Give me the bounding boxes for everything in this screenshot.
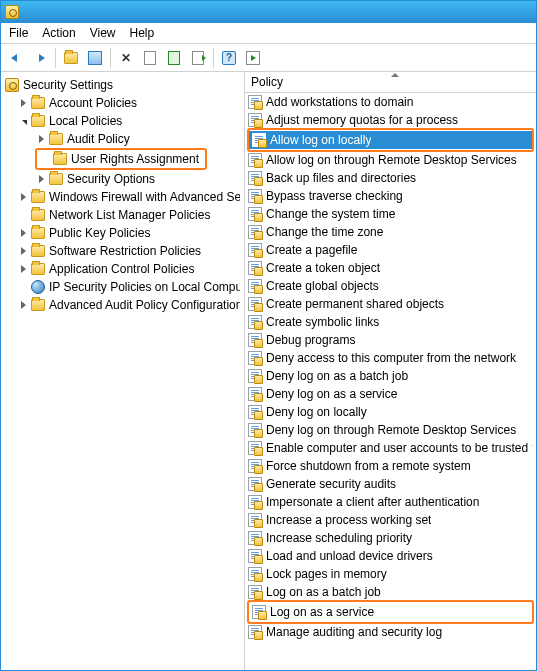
menu-view[interactable]: View [90,26,116,40]
tree-item-security-options[interactable]: Security Options [1,170,244,188]
policy-row[interactable]: Enable computer and user accounts to be … [245,439,536,457]
tree-item-public-key[interactable]: Public Key Policies [1,224,244,242]
policy-label: Increase a process working set [266,513,431,527]
expander-icon[interactable] [17,263,29,275]
policy-row[interactable]: Generate security audits [245,475,536,493]
policy-row[interactable]: Log on as a service [249,603,532,621]
policy-row[interactable]: Create symbolic links [245,313,536,331]
tree-item-audit-policy[interactable]: Audit Policy [1,130,244,148]
policy-row[interactable]: Deny log on as a service [245,385,536,403]
tree-label: Local Policies [49,114,122,128]
policy-label: Create symbolic links [266,315,379,329]
policy-row[interactable]: Adjust memory quotas for a process [245,111,536,129]
expander-icon[interactable] [17,227,29,239]
policy-icon [248,423,262,437]
expander-spacer [17,281,29,293]
policy-row[interactable]: Impersonate a client after authenticatio… [245,493,536,511]
tree-item-user-rights[interactable]: User Rights Assignment [39,150,203,168]
policy-row[interactable]: Debug programs [245,331,536,349]
policy-list[interactable]: Add workstations to domainAdjust memory … [245,93,536,670]
tree-pane[interactable]: Security Settings Account Policies Local… [1,72,245,670]
delete-button[interactable]: ✕ [115,47,137,69]
tree-root[interactable]: Security Settings [1,76,244,94]
forward-button[interactable] [29,47,51,69]
toolbar-separator [213,48,214,68]
menu-action[interactable]: Action [42,26,75,40]
action-button[interactable] [242,47,264,69]
policy-label: Generate security audits [266,477,396,491]
policy-row[interactable]: Add workstations to domain [245,93,536,111]
tree-item-adv-audit[interactable]: Advanced Audit Policy Configuration [1,296,244,314]
policy-label: Impersonate a client after authenticatio… [266,495,479,509]
policy-icon [248,441,262,455]
policy-row[interactable]: Load and unload device drivers [245,547,536,565]
policy-label: Bypass traverse checking [266,189,403,203]
policy-label: Change the system time [266,207,395,221]
back-button[interactable] [5,47,27,69]
refresh-button[interactable] [163,47,185,69]
policy-row[interactable]: Create a pagefile [245,241,536,259]
policy-row[interactable]: Change the system time [245,205,536,223]
policy-row[interactable]: Increase scheduling priority [245,529,536,547]
tree-item-network-list[interactable]: Network List Manager Policies [1,206,244,224]
policy-row[interactable]: Deny log on as a batch job [245,367,536,385]
policy-row[interactable]: Increase a process working set [245,511,536,529]
folder-icon [31,263,45,275]
tree-item-software-restriction[interactable]: Software Restriction Policies [1,242,244,260]
expander-icon[interactable] [17,245,29,257]
tree-item-local-policies[interactable]: Local Policies [1,112,244,130]
menu-file[interactable]: File [9,26,28,40]
help-button[interactable]: ? [218,47,240,69]
policy-icon [248,405,262,419]
menu-help[interactable]: Help [130,26,155,40]
policy-row[interactable]: Manage auditing and security log [245,623,536,641]
export-button[interactable] [187,47,209,69]
show-hide-tree-button[interactable] [84,47,106,69]
policy-icon [248,171,262,185]
up-button[interactable] [60,47,82,69]
policy-icon [248,315,262,329]
expander-icon[interactable] [17,115,29,127]
folder-icon [31,299,45,311]
policy-label: Allow log on locally [270,133,371,147]
expander-icon[interactable] [35,133,47,145]
policy-icon [248,333,262,347]
policy-row[interactable]: Create permanent shared objects [245,295,536,313]
tree-item-app-control[interactable]: Application Control Policies [1,260,244,278]
expander-icon[interactable] [17,299,29,311]
policy-row[interactable]: Back up files and directories [245,169,536,187]
policy-row[interactable]: Force shutdown from a remote system [245,457,536,475]
policy-label: Log on as a batch job [266,585,381,599]
policy-row[interactable]: Allow log on locally [249,131,532,149]
folder-up-icon [64,52,78,64]
policy-row[interactable]: Create a token object [245,259,536,277]
tree-label: Public Key Policies [49,226,150,240]
policy-row[interactable]: Deny access to this computer from the ne… [245,349,536,367]
policy-row[interactable]: Allow log on through Remote Desktop Serv… [245,151,536,169]
tree-item-account-policies[interactable]: Account Policies [1,94,244,112]
expander-icon[interactable] [35,173,47,185]
content-area: Security Settings Account Policies Local… [1,72,536,670]
policy-icon [248,189,262,203]
highlight-policy: Log on as a service [247,600,534,624]
tree-label: IP Security Policies on Local Computer [49,280,240,294]
list-column-header[interactable]: Policy [245,72,536,93]
policy-row[interactable]: Log on as a batch job [245,583,536,601]
policy-label: Create permanent shared objects [266,297,444,311]
policy-row[interactable]: Deny log on through Remote Desktop Servi… [245,421,536,439]
policy-row[interactable]: Bypass traverse checking [245,187,536,205]
policy-row[interactable]: Lock pages in memory [245,565,536,583]
highlight-user-rights: User Rights Assignment [35,148,207,170]
policy-row[interactable]: Change the time zone [245,223,536,241]
expander-icon[interactable] [17,97,29,109]
policy-icon [248,531,262,545]
folder-icon [31,227,45,239]
policy-row[interactable]: Deny log on locally [245,403,536,421]
policy-label: Debug programs [266,333,355,347]
properties-button[interactable] [139,47,161,69]
tree-item-windows-firewall[interactable]: Windows Firewall with Advanced Security [1,188,244,206]
policy-label: Enable computer and user accounts to be … [266,441,532,455]
policy-row[interactable]: Create global objects [245,277,536,295]
tree-item-ipsec[interactable]: IP Security Policies on Local Computer [1,278,244,296]
expander-icon[interactable] [17,191,29,203]
